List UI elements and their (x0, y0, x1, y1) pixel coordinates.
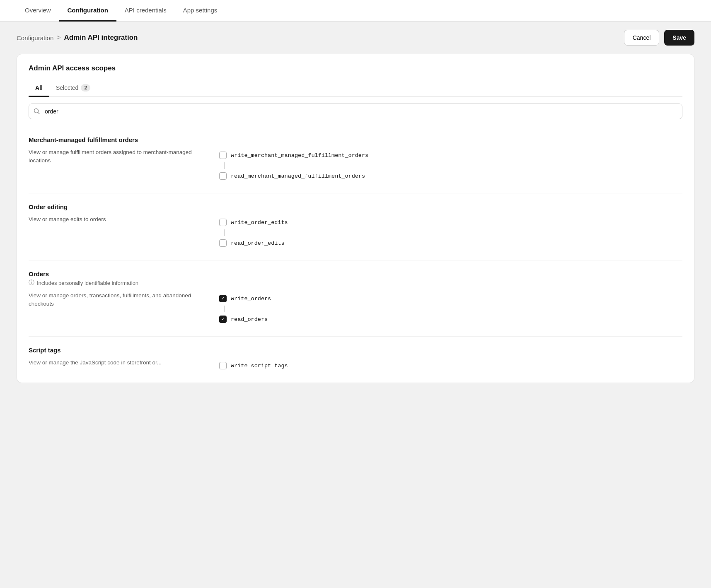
scope-checkbox-write_script_tags[interactable] (219, 362, 227, 369)
scope-checks-col-merchant-fulfillment: write_merchant_managed_fulfillment_order… (219, 148, 682, 183)
scope-body-orders: View or manage orders, transactions, ful… (29, 292, 682, 326)
save-button[interactable]: Save (664, 30, 694, 46)
cancel-button[interactable]: Cancel (624, 30, 660, 46)
scope-item-read_order_edits: read_order_edits (219, 236, 682, 250)
scope-desc-script-tags: View or manage the JavaScript code in st… (29, 359, 203, 367)
scope-desc-col-orders: View or manage orders, transactions, ful… (29, 292, 203, 308)
card-header: Admin API access scopes All Selected 2 (17, 54, 694, 97)
scope-desc-orders: View or manage orders, transactions, ful… (29, 292, 203, 308)
scope-checkbox-read_orders[interactable] (219, 316, 227, 323)
top-navigation: Overview Configuration API credentials A… (0, 0, 711, 22)
scope-info-text: Includes personally identifiable informa… (37, 280, 138, 286)
scope-label-write_orders: write_orders (231, 296, 271, 302)
selected-badge: 2 (81, 84, 90, 92)
scope-title-script-tags: Script tags (29, 347, 682, 354)
scope-checkbox-read_merchant_managed_fulfillment_orders[interactable] (219, 172, 227, 180)
scope-desc-order-editing: View or manage edits to orders (29, 215, 203, 224)
scope-desc-col-merchant-fulfillment: View or manage fulfillment orders assign… (29, 148, 203, 165)
scope-desc-merchant-fulfillment: View or manage fulfillment orders assign… (29, 148, 203, 165)
tab-api-credentials[interactable]: API credentials (116, 0, 175, 22)
scope-checks-col-order-editing: write_order_edits read_order_edits (219, 215, 682, 250)
breadcrumb-separator: > (57, 34, 60, 41)
breadcrumb-actions: Cancel Save (624, 30, 694, 46)
scope-item-write_orders: write_orders (219, 292, 682, 306)
main-content: Admin API access scopes All Selected 2 (0, 54, 711, 400)
breadcrumb-parent[interactable]: Configuration (17, 34, 53, 41)
scope-section-merchant-fulfillment: Merchant-managed fulfillment orders View… (29, 126, 682, 193)
tab-configuration[interactable]: Configuration (59, 0, 116, 22)
card-title: Admin API access scopes (29, 64, 682, 72)
scope-label-read_order_edits: read_order_edits (231, 240, 285, 246)
scopes-list: Merchant-managed fulfillment orders View… (17, 126, 694, 383)
scope-checkbox-write_orders[interactable] (219, 295, 227, 302)
scope-title-orders: Orders (29, 270, 682, 277)
tab-overview[interactable]: Overview (17, 0, 59, 22)
tab-all-label: All (35, 84, 43, 91)
scope-checks-col-orders: write_orders read_orders (219, 292, 682, 326)
scope-checkbox-write_merchant_managed_fulfillment_orders[interactable] (219, 152, 227, 159)
scope-item-write_merchant_managed_fulfillment_orders: write_merchant_managed_fulfillment_order… (219, 148, 682, 162)
scope-desc-col-script-tags: View or manage the JavaScript code in st… (29, 359, 203, 367)
scope-item-read_merchant_managed_fulfillment_orders: read_merchant_managed_fulfillment_orders (219, 169, 682, 183)
scope-checkbox-write_order_edits[interactable] (219, 219, 227, 226)
scope-section-orders: Orders ⓘ Includes personally identifiabl… (29, 260, 682, 337)
scope-checkbox-read_order_edits[interactable] (219, 239, 227, 247)
scope-title-merchant-fulfillment: Merchant-managed fulfillment orders (29, 136, 682, 143)
scope-item-write_script_tags: write_script_tags (219, 359, 682, 373)
search-input[interactable] (29, 104, 682, 119)
scope-tabs-row: All Selected 2 (29, 80, 682, 97)
breadcrumb-current: Admin API integration (64, 34, 138, 42)
connector-line (224, 306, 225, 312)
api-scopes-card: Admin API access scopes All Selected 2 (17, 54, 694, 383)
scope-desc-col-order-editing: View or manage edits to orders (29, 215, 203, 224)
connector-line (224, 162, 225, 169)
search-input-wrap (29, 104, 682, 119)
scope-title-order-editing: Order editing (29, 203, 682, 210)
scope-label-write_merchant_managed_fulfillment_orders: write_merchant_managed_fulfillment_order… (231, 152, 368, 159)
scope-checks-col-script-tags: write_script_tags (219, 359, 682, 373)
tab-app-settings[interactable]: App settings (175, 0, 226, 22)
scope-info-orders: ⓘ Includes personally identifiable infor… (29, 279, 682, 287)
connector-line (224, 229, 225, 236)
info-icon: ⓘ (29, 279, 34, 287)
scope-body-script-tags: View or manage the JavaScript code in st… (29, 359, 682, 373)
tab-selected-label: Selected (56, 84, 78, 91)
scope-label-read_orders: read_orders (231, 316, 268, 323)
scope-label-write_script_tags: write_script_tags (231, 363, 288, 369)
tab-selected[interactable]: Selected 2 (49, 80, 97, 97)
search-icon (34, 108, 40, 115)
scope-label-read_merchant_managed_fulfillment_orders: read_merchant_managed_fulfillment_orders (231, 173, 365, 179)
scope-body-merchant-fulfillment: View or manage fulfillment orders assign… (29, 148, 682, 183)
tab-all[interactable]: All (29, 80, 49, 97)
search-bar (17, 97, 694, 126)
breadcrumb: Configuration > Admin API integration (17, 34, 138, 42)
breadcrumb-bar: Configuration > Admin API integration Ca… (0, 22, 711, 54)
scope-label-write_order_edits: write_order_edits (231, 219, 288, 226)
scope-item-write_order_edits: write_order_edits (219, 215, 682, 229)
scope-section-script-tags: Script tags View or manage the JavaScrip… (29, 337, 682, 383)
svg-line-1 (38, 113, 40, 114)
scope-body-order-editing: View or manage edits to orders write_ord… (29, 215, 682, 250)
scope-item-read_orders: read_orders (219, 312, 682, 326)
scope-section-order-editing: Order editing View or manage edits to or… (29, 193, 682, 260)
